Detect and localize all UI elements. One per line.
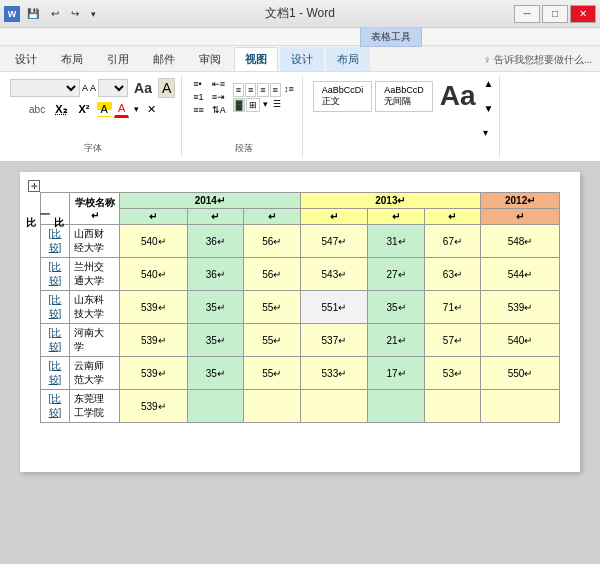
tab-table-design[interactable]: 设计 [280, 47, 324, 71]
multilevel-list-btn[interactable]: ≡≡ [192, 104, 205, 116]
style-normal[interactable]: AaBbCcDi正文 [313, 81, 373, 112]
highlight-btn[interactable]: A [97, 101, 112, 117]
shading-btn[interactable]: ▓ [233, 98, 246, 112]
style-more-btn[interactable]: ☰ [271, 98, 283, 112]
data-cell: 57↵ [424, 324, 480, 357]
paragraph-group: ≡• ≡1 ≡≡ ⇤≡ ≡⇥ ⇅A ≡ ≡ ≡ ≡ ↕≡ ▓ ⊞ [186, 76, 302, 157]
para-row-1: ≡• ≡1 ≡≡ ⇤≡ ≡⇥ ⇅A ≡ ≡ ≡ ≡ ↕≡ ▓ ⊞ [192, 78, 295, 116]
data-cell: 544↵ [481, 258, 560, 291]
tell-me[interactable]: ♀ 告诉我您想要做什么... [475, 49, 600, 71]
data-cell: 548↵ [481, 225, 560, 258]
tab-references[interactable]: 引用 [96, 47, 140, 71]
clear-format-btn[interactable]: ✕ [144, 102, 159, 117]
data-cell: 27↵ [368, 258, 424, 291]
data-cell: 540↵ [481, 324, 560, 357]
compare-cell: [比较] [41, 291, 70, 324]
quick-access-undo[interactable]: ↩ [46, 5, 64, 22]
compare-cell: [比较] [41, 390, 70, 423]
increase-indent-btn[interactable]: ≡⇥ [211, 91, 227, 103]
tab-mailings[interactable]: 邮件 [142, 47, 186, 71]
compare-link[interactable]: [比较] [49, 228, 62, 253]
restore-button[interactable]: □ [542, 5, 568, 23]
data-cell: 55↵ [244, 357, 300, 390]
data-cell: 21↵ [368, 324, 424, 357]
borders-btn[interactable]: ⊞ [246, 98, 260, 112]
data-cell: 35↵ [187, 357, 243, 390]
data-cell [481, 390, 560, 423]
compare-cell: [比较] [41, 324, 70, 357]
sort-btn[interactable]: ⇅A [211, 104, 227, 116]
styles-down-btn[interactable]: ▼ [483, 103, 493, 114]
compare-cell: [比较] [41, 225, 70, 258]
table-move-handle[interactable]: ✛ [28, 180, 40, 192]
data-cell: 53↵ [424, 357, 480, 390]
close-button[interactable]: ✕ [570, 5, 596, 23]
font-aa-btn[interactable]: Aa [130, 78, 156, 98]
table-row: [比较] 河南大学 539↵ 35↵ 55↵ 537↵ 21↵ 57↵ 540↵ [41, 324, 560, 357]
font-size-select[interactable] [98, 79, 128, 97]
data-cell: 36↵ [187, 225, 243, 258]
year-2013-header: 2013↵ [300, 193, 481, 209]
styles-up-btn[interactable]: ▲ [483, 78, 493, 89]
font-color-more[interactable]: ▾ [131, 102, 142, 116]
sub-header-y1: ↵ [300, 209, 368, 225]
tab-table-layout[interactable]: 布局 [326, 47, 370, 71]
data-cell: 35↵ [187, 291, 243, 324]
styles-more-btn[interactable]: ▾ [483, 127, 493, 138]
ordered-list-btn[interactable]: ≡1 [192, 91, 205, 103]
compare-link[interactable]: [比较] [49, 261, 62, 286]
decrease-indent-btn[interactable]: ⇤≡ [211, 78, 227, 90]
table-row: [比较] 东莞理工学院 539↵ [41, 390, 560, 423]
quick-access-redo[interactable]: ↪ [66, 5, 84, 22]
style-no-spacing[interactable]: AaBbCcD无间隔 [375, 81, 433, 112]
tab-view[interactable]: 视图 [234, 47, 278, 71]
school-name-cell: 兰州交通大学 [70, 258, 120, 291]
indent-buttons: ⇤≡ ≡⇥ ⇅A [211, 78, 227, 116]
data-cell: 547↵ [300, 225, 368, 258]
list-buttons: ≡• ≡1 ≡≡ [192, 78, 205, 116]
font-show-btn[interactable]: A [158, 78, 175, 98]
unordered-list-btn[interactable]: ≡• [192, 78, 205, 90]
minimize-button[interactable]: ─ [514, 5, 540, 23]
quick-access-more[interactable]: ▾ [86, 6, 101, 22]
font-row-2: abc X₂ X² A A ▾ ✕ [26, 100, 159, 118]
font-name-select[interactable] [10, 79, 80, 97]
compare-link[interactable]: [比较] [49, 360, 62, 385]
data-cell [424, 390, 480, 423]
title-bar: W 💾 ↩ ↪ ▾ 文档1 - Word ─ □ ✕ [0, 0, 600, 28]
sub-header-y2: ↵ [368, 209, 424, 225]
data-cell: 539↵ [120, 324, 188, 357]
table-row: [比较] 云南师范大学 539↵ 35↵ 55↵ 533↵ 17↵ 53↵ 55… [41, 357, 560, 390]
data-cell: 539↵ [120, 291, 188, 324]
font-group: A A Aa A abc X₂ X² A A ▾ ✕ 字体 [4, 76, 182, 157]
data-cell: 539↵ [481, 291, 560, 324]
subscript-btn[interactable]: X₂ [50, 101, 71, 118]
content-area: ✛ 比一比 学校名称↵ 2014↵ 2013↵ 2012↵ ↵ ↵ ↵ ↵ [0, 162, 600, 564]
align-right-btn[interactable]: ≡ [257, 83, 268, 97]
data-cell: 67↵ [424, 225, 480, 258]
data-cell: 540↵ [120, 225, 188, 258]
align-left-btn[interactable]: ≡ [233, 83, 244, 97]
title-bar-left: W 💾 ↩ ↪ ▾ [4, 5, 101, 22]
style-big-a[interactable]: Aa [436, 78, 480, 114]
tab-layout[interactable]: 布局 [50, 47, 94, 71]
data-cell: 31↵ [368, 225, 424, 258]
borders-more-btn[interactable]: ▾ [261, 98, 270, 112]
year-2014-header: 2014↵ [120, 193, 301, 209]
compare-link[interactable]: [比较] [49, 294, 62, 319]
compare-link[interactable]: [比较] [49, 393, 62, 418]
data-cell: 56↵ [244, 258, 300, 291]
font-group-label: 字体 [84, 140, 102, 155]
line-spacing-btn[interactable]: ↕≡ [282, 83, 296, 97]
tab-design[interactable]: 设计 [4, 47, 48, 71]
align-center-btn[interactable]: ≡ [245, 83, 256, 97]
toolbar: A A Aa A abc X₂ X² A A ▾ ✕ 字体 ≡• ≡1 ≡≡ [0, 72, 600, 162]
sub-header-g3: ↵ [244, 209, 300, 225]
quick-access-save[interactable]: 💾 [22, 5, 44, 22]
document-page: ✛ 比一比 学校名称↵ 2014↵ 2013↵ 2012↵ ↵ ↵ ↵ ↵ [20, 172, 580, 472]
align-justify-btn[interactable]: ≡ [270, 83, 281, 97]
tab-review[interactable]: 审阅 [188, 47, 232, 71]
font-color-btn[interactable]: A [114, 100, 129, 118]
superscript-btn[interactable]: X² [74, 101, 95, 117]
compare-link[interactable]: [比较] [49, 327, 62, 352]
